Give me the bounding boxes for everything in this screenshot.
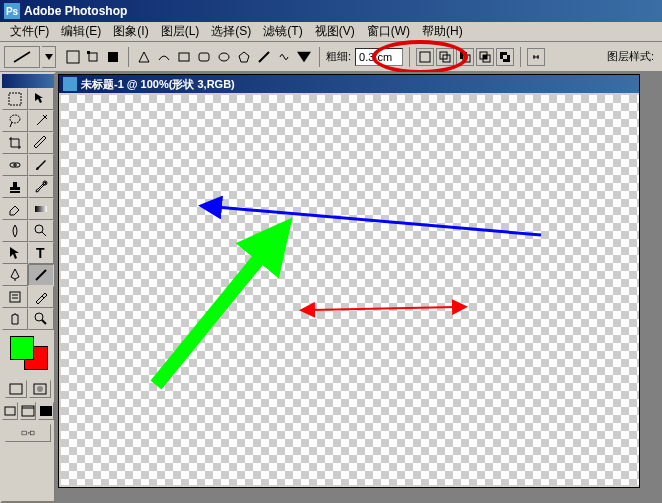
ellipse-shape-icon[interactable] [215, 48, 233, 66]
weight-input[interactable] [355, 48, 403, 66]
jump-to-imageready-icon[interactable] [5, 424, 51, 442]
gradient-tool-icon[interactable] [28, 198, 54, 220]
pathop-intersect-icon[interactable] [476, 48, 494, 66]
svg-line-10 [259, 52, 269, 62]
svg-rect-3 [89, 53, 97, 61]
app-icon: Ps [4, 3, 20, 19]
color-swatches [6, 334, 50, 374]
shape-options-dropdown[interactable] [295, 48, 313, 66]
fill-pixels-icon[interactable] [104, 48, 122, 66]
pathop-add-icon[interactable] [436, 48, 454, 66]
pathop-new-icon[interactable] [416, 48, 434, 66]
slice-tool-icon[interactable] [28, 132, 54, 154]
marquee-tool-icon[interactable] [2, 88, 28, 110]
svg-rect-5 [108, 52, 118, 62]
screen-full-menubar-icon[interactable] [20, 402, 36, 420]
path-select-tool-icon[interactable] [2, 242, 28, 264]
shape-mode-group [64, 48, 122, 66]
svg-rect-42 [5, 407, 15, 415]
crop-tool-icon[interactable] [2, 132, 28, 154]
pen-tool-icon[interactable] [2, 264, 28, 286]
app-title: Adobe Photoshop [24, 4, 127, 18]
svg-point-8 [219, 53, 229, 61]
shape-layers-icon[interactable] [64, 48, 82, 66]
eyedropper-tool-icon[interactable] [28, 286, 54, 308]
svg-rect-7 [199, 53, 209, 61]
svg-rect-12 [420, 52, 430, 62]
svg-rect-22 [503, 55, 507, 59]
tool-preset-preview[interactable] [4, 46, 40, 68]
custom-shape-icon[interactable] [275, 48, 293, 66]
svg-marker-11 [297, 51, 311, 62]
menu-help[interactable]: 帮助(H) [416, 21, 469, 42]
svg-text:T: T [36, 245, 45, 261]
toolbox: T [0, 72, 56, 503]
svg-line-31 [42, 232, 46, 236]
menu-layer[interactable]: 图层(L) [155, 21, 206, 42]
lasso-tool-icon[interactable] [2, 110, 28, 132]
line-shape-icon[interactable] [255, 48, 273, 66]
document-titlebar[interactable]: 未标题-1 @ 100%(形状 3,RGB) [59, 75, 639, 93]
svg-line-0 [14, 52, 30, 62]
eraser-tool-icon[interactable] [2, 198, 28, 220]
svg-rect-19 [483, 55, 487, 59]
move-tool-icon[interactable] [28, 88, 54, 110]
freeform-pen-icon[interactable] [155, 48, 173, 66]
standard-mode-icon[interactable] [5, 380, 27, 398]
screen-full-icon[interactable] [38, 402, 54, 420]
polygon-shape-icon[interactable] [235, 48, 253, 66]
shape-tools-group [135, 48, 313, 66]
document-icon [63, 77, 77, 91]
menu-file[interactable]: 文件(F) [4, 21, 55, 42]
svg-rect-4 [87, 51, 90, 54]
type-tool-icon[interactable]: T [28, 242, 54, 264]
foreground-color-swatch[interactable] [10, 336, 34, 360]
history-brush-tool-icon[interactable] [28, 176, 54, 198]
pen-shape-icon[interactable] [135, 48, 153, 66]
svg-rect-6 [179, 53, 189, 61]
blue-arrow [216, 207, 541, 235]
dodge-tool-icon[interactable] [28, 220, 54, 242]
link-icon[interactable] [527, 48, 545, 66]
menu-select[interactable]: 选择(S) [205, 21, 257, 42]
blur-tool-icon[interactable] [2, 220, 28, 242]
svg-rect-2 [67, 51, 79, 63]
rounded-rect-shape-icon[interactable] [195, 48, 213, 66]
menu-filter[interactable]: 滤镜(T) [257, 21, 308, 42]
document-window: 未标题-1 @ 100%(形状 3,RGB) [58, 74, 640, 488]
document-title: 未标题-1 @ 100%(形状 3,RGB) [81, 77, 235, 92]
svg-point-37 [35, 313, 43, 321]
svg-marker-1 [45, 54, 53, 60]
svg-line-33 [36, 270, 46, 280]
stamp-tool-icon[interactable] [2, 176, 28, 198]
tool-preset-dropdown[interactable] [42, 46, 56, 68]
brush-tool-icon[interactable] [28, 154, 54, 176]
menu-edit[interactable]: 编辑(E) [55, 21, 107, 42]
zoom-tool-icon[interactable] [28, 308, 54, 330]
menu-image[interactable]: 图象(I) [107, 21, 154, 42]
svg-point-41 [37, 386, 43, 392]
quickmask-mode-icon[interactable] [29, 380, 51, 398]
svg-rect-23 [9, 93, 21, 105]
weight-label: 粗细: [326, 49, 351, 64]
svg-rect-34 [10, 292, 20, 302]
paths-icon[interactable] [84, 48, 102, 66]
pathop-subtract-icon[interactable] [456, 48, 474, 66]
menubar: 文件(F) 编辑(E) 图象(I) 图层(L) 选择(S) 滤镜(T) 视图(V… [0, 22, 662, 42]
wand-tool-icon[interactable] [28, 110, 54, 132]
hand-tool-icon[interactable] [2, 308, 28, 330]
toolbox-titlebar[interactable] [2, 74, 54, 88]
svg-rect-29 [35, 206, 47, 212]
rectangle-shape-icon[interactable] [175, 48, 193, 66]
canvas[interactable] [61, 95, 639, 485]
red-arrow [311, 307, 456, 310]
healing-tool-icon[interactable] [2, 154, 28, 176]
screen-standard-icon[interactable] [2, 402, 18, 420]
notes-tool-icon[interactable] [2, 286, 28, 308]
menu-window[interactable]: 窗口(W) [361, 21, 416, 42]
menu-view[interactable]: 视图(V) [309, 21, 361, 42]
line-tool-icon[interactable] [28, 264, 54, 286]
pathop-exclude-icon[interactable] [496, 48, 514, 66]
svg-rect-39 [10, 384, 22, 394]
pathop-group [416, 48, 514, 66]
